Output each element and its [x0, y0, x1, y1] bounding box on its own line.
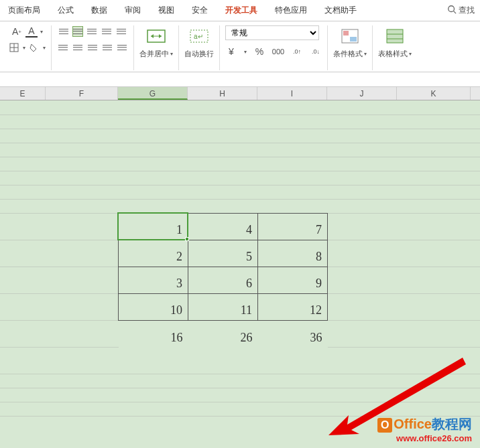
data-table: 1 4 7 2 5 8 3 6 9 10 11 12 16 26	[118, 213, 328, 348]
column-headers: E F G H I J K	[0, 87, 480, 100]
indent-decrease-icon[interactable]	[101, 25, 113, 38]
table-style-icon[interactable]	[384, 25, 406, 47]
cell[interactable]: 11	[188, 294, 258, 321]
align-group	[52, 25, 134, 70]
cell[interactable]: 12	[258, 294, 328, 321]
watermark-url: www.office26.com	[377, 433, 472, 443]
tab-doc-helper[interactable]: 文档助手	[322, 3, 359, 18]
cell[interactable]: 5	[188, 240, 258, 267]
align-top-icon[interactable]	[58, 25, 70, 38]
formula-bar[interactable]	[0, 72, 480, 87]
cond-format-label[interactable]: 条件格式▾	[333, 49, 367, 59]
svg-text:a↵: a↵	[194, 33, 203, 40]
tab-special[interactable]: 特色应用	[272, 3, 310, 18]
ribbon-tabs: 页面布局 公式 数据 审阅 视图 安全 开发工具 特色应用 文档助手 查找	[0, 0, 480, 21]
col-header-i[interactable]: I	[257, 87, 327, 100]
table-row: 3 6 9	[119, 267, 328, 294]
spreadsheet-grid[interactable]: E F G H I J K 1 4	[0, 87, 480, 448]
tab-page-layout[interactable]: 页面布局	[5, 3, 43, 18]
table-sum-row: 16 26 36	[119, 321, 328, 348]
chevron-down-icon[interactable]: ▾	[23, 45, 25, 51]
tab-review[interactable]: 审阅	[122, 3, 143, 18]
table-row: 1 4 7	[119, 214, 328, 240]
svg-rect-14	[387, 29, 403, 43]
cell[interactable]: 10	[119, 294, 188, 321]
comma-icon[interactable]: 000	[272, 46, 284, 58]
svg-marker-8	[159, 34, 162, 38]
merge-cells-icon[interactable]	[145, 25, 167, 47]
tab-security[interactable]: 安全	[189, 3, 211, 18]
svg-rect-13	[350, 37, 357, 42]
toolbar: A+ A ▾ ▾ ▾	[0, 21, 480, 72]
align-center-icon[interactable]	[72, 42, 84, 54]
cell[interactable]: 36	[258, 321, 328, 348]
align-left-icon[interactable]	[57, 42, 69, 54]
wrap-label[interactable]: 自动换行	[184, 49, 214, 59]
cell[interactable]: 9	[258, 267, 328, 294]
cell[interactable]: 7	[258, 214, 328, 240]
distribute-icon[interactable]	[116, 42, 128, 54]
col-header-e[interactable]: E	[0, 87, 46, 100]
conditional-format-icon[interactable]	[339, 25, 361, 47]
number-format-select[interactable]: 常规	[225, 25, 319, 40]
table-style-group: 表格样式▾	[373, 25, 417, 70]
increase-decimal-icon[interactable]: .0↑	[291, 46, 303, 58]
svg-point-0	[448, 6, 455, 12]
cell[interactable]: 2	[119, 240, 188, 267]
justify-icon[interactable]	[101, 42, 113, 54]
col-header-h[interactable]: H	[188, 87, 257, 100]
fill-color-icon[interactable]	[28, 42, 40, 54]
tab-data[interactable]: 数据	[88, 3, 110, 18]
cond-format-group: 条件格式▾	[328, 25, 373, 70]
col-header-g[interactable]: G	[118, 87, 188, 100]
merge-group: 合并居中▾	[134, 25, 179, 70]
cell[interactable]: 3	[119, 267, 188, 294]
currency-icon[interactable]: ¥	[225, 46, 237, 58]
search-icon	[447, 5, 457, 16]
search-button[interactable]: 查找	[447, 3, 475, 18]
table-row: 10 11 12	[119, 294, 328, 321]
percent-icon[interactable]: %	[253, 46, 265, 58]
border-icon[interactable]	[8, 42, 20, 54]
cell[interactable]: 26	[188, 321, 258, 348]
align-middle-icon[interactable]	[72, 26, 83, 37]
svg-line-1	[454, 11, 457, 14]
tab-devtools[interactable]: 开发工具	[223, 3, 260, 18]
watermark: OOffice教程网 www.office26.com	[377, 415, 472, 443]
font-group: A+ A ▾ ▾ ▾	[3, 25, 52, 70]
chevron-down-icon[interactable]: ▾	[40, 29, 43, 35]
chevron-down-icon[interactable]: ▾	[43, 45, 46, 51]
wrap-text-icon[interactable]: a↵	[188, 25, 210, 47]
align-bottom-icon[interactable]	[86, 25, 98, 38]
watermark-logo-icon: O	[377, 418, 392, 433]
increase-font-icon[interactable]: A+	[11, 25, 23, 38]
col-header-f[interactable]: F	[46, 87, 118, 100]
font-color-icon[interactable]: A	[25, 25, 38, 38]
merge-label[interactable]: 合并居中▾	[139, 49, 173, 59]
svg-rect-12	[343, 31, 349, 35]
indent-increase-icon[interactable]	[115, 25, 127, 38]
svg-marker-7	[151, 34, 154, 38]
col-header-k[interactable]: K	[397, 87, 471, 100]
col-header-j[interactable]: J	[327, 87, 397, 100]
tab-formula[interactable]: 公式	[55, 3, 76, 18]
watermark-suffix: 教程网	[432, 417, 472, 431]
number-group: 常规 ¥▾ % 000 .0↑ .0↓	[220, 25, 328, 70]
decrease-decimal-icon[interactable]: .0↓	[310, 46, 322, 58]
tab-view[interactable]: 视图	[156, 3, 177, 18]
table-style-label[interactable]: 表格样式▾	[378, 49, 412, 59]
cell[interactable]: 6	[188, 267, 258, 294]
watermark-brand: Office	[394, 417, 432, 431]
search-label: 查找	[459, 5, 475, 16]
cell[interactable]: 4	[188, 214, 258, 240]
cell[interactable]: 16	[119, 321, 188, 348]
wrap-group: a↵ 自动换行	[179, 25, 220, 70]
cell[interactable]: 1	[119, 214, 188, 240]
align-right-icon[interactable]	[86, 42, 99, 54]
table-row: 2 5 8	[119, 240, 328, 267]
cell[interactable]: 8	[258, 240, 328, 267]
